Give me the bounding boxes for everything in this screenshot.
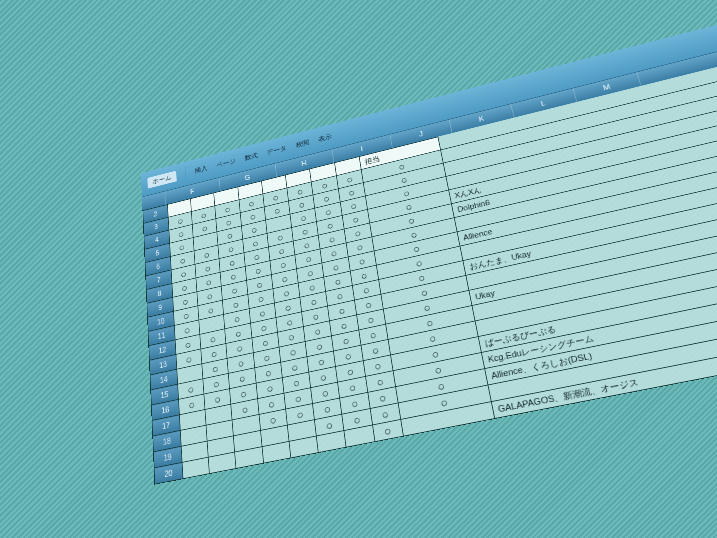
ribbon-tab[interactable]: 挿入 xyxy=(194,164,207,175)
cell[interactable] xyxy=(235,447,263,469)
spreadsheet-window: ホーム 挿入 ページ 数式 データ 校閲 表示 F G H I J K L M … xyxy=(141,0,717,485)
ribbon-tab[interactable]: 表示 xyxy=(318,132,333,144)
ribbon-separator xyxy=(185,167,187,181)
cell[interactable] xyxy=(182,457,209,478)
ribbon-tab[interactable]: ホーム xyxy=(147,171,176,189)
ribbon-tab[interactable]: 校閲 xyxy=(295,138,309,150)
ribbon-tab[interactable]: ページ xyxy=(216,157,236,170)
ribbon-tab[interactable]: データ xyxy=(266,144,287,157)
screen-photo: ホーム 挿入 ページ 数式 データ 校閲 表示 F G H I J K L M … xyxy=(0,0,717,538)
cell[interactable] xyxy=(208,452,236,474)
ribbon-tab[interactable]: 数式 xyxy=(244,151,258,163)
